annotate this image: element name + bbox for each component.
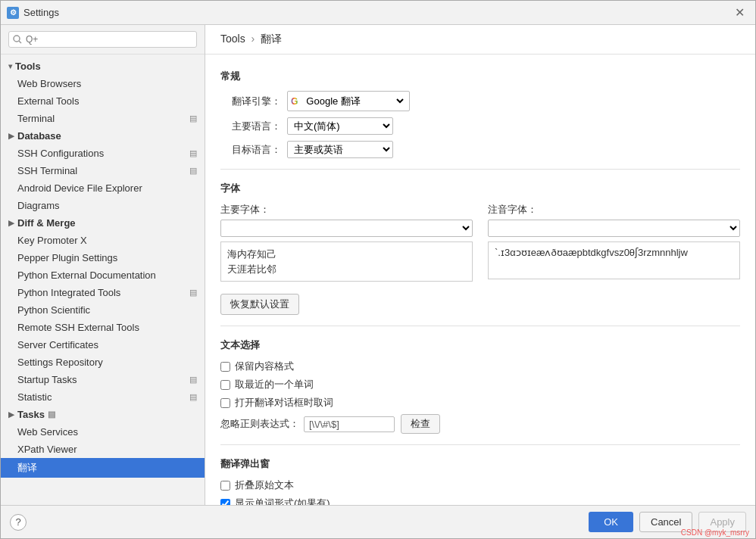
- breadcrumb: Tools › 翻译: [205, 25, 755, 55]
- preview-text-2: 天涯若比邻: [227, 262, 466, 277]
- window-title: Settings: [23, 7, 730, 18]
- sidebar-item-tasks[interactable]: ▶ Tasks ▤: [1, 406, 205, 423]
- regex-label: 忽略正则表达式：: [220, 417, 299, 431]
- sidebar-item-python-integrated[interactable]: Python Integrated Tools ▤: [1, 284, 205, 301]
- section-text-title: 文本选择: [220, 338, 740, 352]
- cancel-button[interactable]: Cancel: [639, 512, 692, 532]
- popup-section: 翻译弹出窗 折叠原始文本 显示单词形式(如果有) 自动播放文字转语音： 源: [220, 444, 740, 505]
- sidebar-item-external-tools[interactable]: External Tools: [1, 92, 205, 110]
- sidebar-item-database[interactable]: ▶ Database: [1, 127, 205, 145]
- main-content: ▾ Tools Web Browsers External Tools Term…: [1, 25, 755, 505]
- chevron-right-icon3: ▶: [8, 410, 14, 419]
- sidebar-item-diff-merge[interactable]: ▶ Diff & Merge: [1, 214, 205, 232]
- sidebar-item-settings-repo[interactable]: Settings Repository: [1, 354, 205, 371]
- sidebar-item-statistic[interactable]: Statistic ▤: [1, 388, 205, 406]
- option1-checkbox[interactable]: [220, 362, 230, 372]
- settings-icon4: ▤: [189, 288, 197, 298]
- sidebar-item-web-services[interactable]: Web Services: [1, 423, 205, 441]
- sidebar-section-tools[interactable]: ▾ Tools: [1, 58, 205, 75]
- search-input[interactable]: [8, 31, 197, 48]
- primary-font-preview: 海内存知己 天涯若比邻: [220, 241, 473, 282]
- sidebar-item-terminal[interactable]: Terminal ▤: [1, 110, 205, 127]
- primary-font-col: 主要字体： 海内存知己 天涯若比邻: [220, 203, 473, 282]
- check-button[interactable]: 检查: [401, 414, 440, 434]
- sidebar-item-translate[interactable]: 翻译: [1, 458, 205, 478]
- sidebar-list: ▾ Tools Web Browsers External Tools Term…: [1, 55, 205, 505]
- breadcrumb-parent: Tools: [220, 33, 245, 45]
- popup-option1-row: 折叠原始文本: [220, 478, 740, 492]
- text-selection-section: 文本选择 保留内容格式 取最近的一个单词 打开翻译对话框时取词 忽略正则: [220, 326, 740, 434]
- restore-default-button[interactable]: 恢复默认设置: [220, 294, 299, 315]
- close-button[interactable]: ✕: [730, 4, 749, 21]
- font-section: 字体 主要字体： 海内存知己 天涯若比邻: [220, 169, 740, 315]
- regex-row: 忽略正则表达式： 检查: [220, 414, 740, 434]
- target-lang-select[interactable]: 主要或英语 英语 中文(简体): [287, 141, 393, 158]
- section-font-title: 字体: [220, 182, 740, 195]
- sidebar-item-xpath-viewer[interactable]: XPath Viewer: [1, 441, 205, 458]
- preview-text-1: 海内存知己: [227, 247, 466, 262]
- apply-button[interactable]: Apply: [698, 512, 746, 532]
- content-panel: Tools › 翻译 常规 翻译引擎： G Google 翻译 有道翻译 百度翻…: [205, 25, 755, 505]
- sidebar-item-pepper-plugin[interactable]: Pepper Plugin Settings: [1, 249, 205, 266]
- sidebar-item-diagrams[interactable]: Diagrams: [1, 197, 205, 214]
- title-bar: ⚙ Settings ✕: [1, 1, 755, 25]
- ruby-font-col: 注音字体： `.ɪ3αɔʊɪeæʌðʊaæpbtdkgfvsz0θʃ3rzmnn…: [488, 203, 740, 282]
- action-buttons: OK Cancel Apply: [589, 512, 746, 532]
- primary-lang-label: 主要语言：: [220, 120, 281, 133]
- settings-icon3: ▤: [189, 166, 197, 176]
- font-row: 主要字体： 海内存知己 天涯若比邻 注音字体：: [220, 203, 740, 282]
- sidebar-item-startup-tasks[interactable]: Startup Tasks ▤: [1, 371, 205, 388]
- section-popup-title: 翻译弹出窗: [220, 457, 740, 471]
- sidebar-item-ssh-configurations[interactable]: SSH Configurations ▤: [1, 145, 205, 162]
- primary-lang-select[interactable]: 中文(简体) 中文(繁体) 英语: [287, 117, 393, 135]
- sidebar-section-label: Tools: [15, 61, 41, 72]
- chevron-right-icon2: ▶: [8, 219, 14, 227]
- ruby-preview-sample: `.ɪ3αɔʊɪeæʌðʊaæpbtdkgfvsz0θʃ3rzmnnhljw: [495, 247, 733, 258]
- settings-dialog: ⚙ Settings ✕ ▾ Tools Web Browsers Extern…: [0, 0, 756, 539]
- sidebar-item-python-scientific[interactable]: Python Scientific: [1, 301, 205, 319]
- engine-label: 翻译引擎：: [220, 95, 281, 108]
- sidebar-item-android-device[interactable]: Android Device File Explorer: [1, 179, 205, 197]
- regex-input[interactable]: [304, 416, 395, 432]
- sidebar-item-web-browsers[interactable]: Web Browsers: [1, 75, 205, 92]
- popup-option2-checkbox[interactable]: [220, 499, 230, 506]
- ok-button[interactable]: OK: [589, 512, 633, 532]
- breadcrumb-separator: ›: [251, 33, 255, 45]
- option1-label: 保留内容格式: [235, 360, 294, 373]
- sidebar-item-server-certs[interactable]: Server Certificates: [1, 336, 205, 354]
- sidebar: ▾ Tools Web Browsers External Tools Term…: [1, 25, 205, 505]
- option3-checkbox[interactable]: [220, 398, 230, 408]
- sidebar-item-python-ext-docs[interactable]: Python External Documentation: [1, 266, 205, 284]
- option1-row: 保留内容格式: [220, 360, 740, 373]
- form-content: 常规 翻译引擎： G Google 翻译 有道翻译 百度翻译 主要语言：: [205, 55, 755, 505]
- popup-option2-label: 显示单词形式(如果有): [235, 497, 330, 505]
- bottom-bar: ? OK Cancel Apply: [1, 505, 755, 538]
- engine-select[interactable]: Google 翻译 有道翻译 百度翻译: [300, 93, 406, 109]
- popup-option1-checkbox[interactable]: [220, 481, 230, 491]
- sidebar-item-remote-ssh[interactable]: Remote SSH External Tools: [1, 319, 205, 336]
- primary-lang-row: 主要语言： 中文(简体) 中文(繁体) 英语: [220, 117, 740, 135]
- engine-row: 翻译引擎： G Google 翻译 有道翻译 百度翻译: [220, 91, 740, 111]
- sidebar-item-ssh-terminal[interactable]: SSH Terminal ▤: [1, 162, 205, 179]
- search-box: [1, 25, 205, 55]
- option3-label: 打开翻译对话框时取词: [235, 396, 333, 410]
- ruby-font-preview: `.ɪ3αɔʊɪeæʌðʊaæpbtdkgfvsz0θʃ3rzmnnhljw: [488, 241, 740, 279]
- popup-option1-label: 折叠原始文本: [235, 478, 294, 492]
- option2-checkbox[interactable]: [220, 380, 230, 390]
- sidebar-item-key-promoter[interactable]: Key Promoter X: [1, 232, 205, 249]
- settings-icon2: ▤: [189, 148, 197, 158]
- app-icon: ⚙: [7, 7, 19, 19]
- chevron-down-icon: ▾: [8, 62, 12, 70]
- ruby-font-select[interactable]: [488, 220, 740, 237]
- target-lang-row: 目标语言： 主要或英语 英语 中文(简体): [220, 141, 740, 158]
- primary-font-label: 主要字体：: [220, 203, 473, 217]
- ruby-font-label: 注音字体：: [488, 203, 740, 217]
- primary-font-select[interactable]: [220, 220, 473, 237]
- option2-label: 取最近的一个单词: [235, 378, 314, 391]
- option3-row: 打开翻译对话框时取词: [220, 396, 740, 410]
- settings-icon6: ▤: [189, 392, 197, 402]
- settings-icon5: ▤: [189, 375, 197, 385]
- google-icon: G: [291, 96, 298, 107]
- section-general-title: 常规: [220, 70, 740, 83]
- help-button[interactable]: ?: [10, 514, 27, 531]
